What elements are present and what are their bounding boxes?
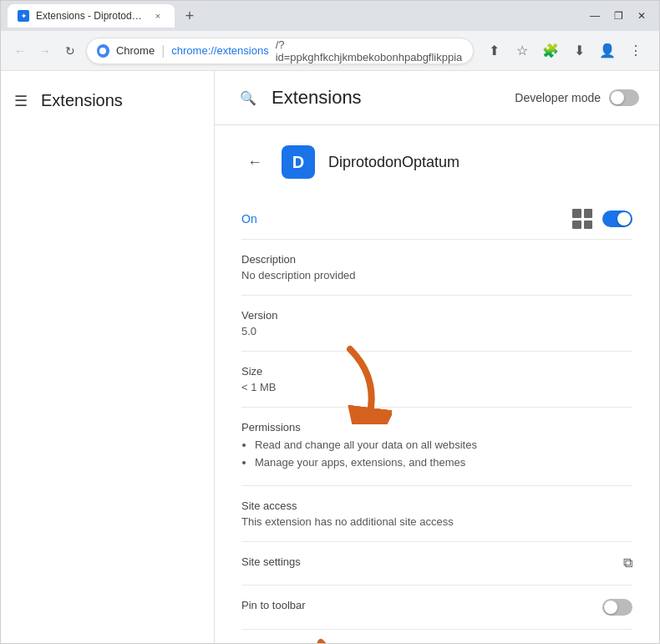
description-label: Description [241, 253, 632, 266]
omnibox-url-highlight: chrome://extensions [171, 44, 268, 57]
back-button[interactable]: ← [11, 38, 29, 64]
pin-toolbar-toggle[interactable] [602, 599, 632, 616]
permissions-row: Permissions Read and change all your dat… [241, 408, 632, 486]
toolbar-icons: ⬆ ☆ 🧩 ⬇ 👤 ⋮ [480, 38, 649, 64]
tab-close-button[interactable]: × [151, 9, 165, 23]
refresh-button[interactable]: ↻ [61, 38, 79, 64]
site-settings-row: Site settings ⧉ [241, 542, 632, 586]
share-icon[interactable]: ⬆ [480, 38, 507, 64]
extension-status-controls [572, 209, 632, 229]
minimize-button[interactable]: — [584, 5, 606, 27]
search-button[interactable]: 🔍 [235, 84, 261, 111]
version-label: Version [241, 309, 632, 322]
title-bar: ✦ Extensions - DiprotodonOptatu... × + —… [1, 1, 659, 31]
extension-detail: ← D DiprotodonOptatum On [215, 125, 659, 643]
download-icon[interactable]: ⬇ [566, 38, 592, 64]
permission-item-1: Read and change all your data on all web… [255, 437, 632, 454]
page-content: ☰ Extensions 🔍 Extensions Developer mode [1, 71, 659, 643]
version-row: Version 5.0 [241, 296, 632, 352]
external-link-icon[interactable]: ⧉ [623, 555, 632, 570]
size-value: < 1 MB [241, 381, 632, 393]
tab-favicon: ✦ [18, 10, 29, 22]
omnibox-chrome-label: Chrome [116, 44, 155, 57]
menu-icon[interactable]: ⋮ [622, 38, 649, 64]
description-value: No description provided [241, 269, 632, 281]
forward-button[interactable]: → [36, 38, 54, 64]
sidebar: ☰ Extensions [1, 71, 215, 643]
pin-toggle-knob [604, 601, 617, 614]
extensions-icon[interactable]: 🧩 [537, 38, 564, 64]
browser-window: ✦ Extensions - DiprotodonOptatu... × + —… [0, 0, 660, 644]
back-button[interactable]: ← [241, 149, 268, 175]
topbar-left: 🔍 Extensions [235, 84, 362, 111]
extensions-topbar: 🔍 Extensions Developer mode [215, 71, 659, 125]
hamburger-menu[interactable]: ☰ [14, 92, 28, 110]
pin-toolbar-row: Pin to toolbar [241, 586, 632, 630]
permission-item-2: Manage your apps, extensions, and themes [255, 454, 632, 472]
site-access-value: This extension has no additional site ac… [241, 515, 632, 528]
omnibox-url-rest: /?id=ppkghfkchjkmbekobonhpabgflikppia [276, 38, 463, 63]
topbar-title: Extensions [272, 87, 362, 109]
permissions-label: Permissions [241, 421, 632, 434]
grid-dot-3 [572, 221, 581, 230]
grid-dot-2 [584, 209, 593, 218]
profile-icon[interactable]: 👤 [594, 38, 621, 64]
address-bar: ← → ↻ Chrome | chrome://extensions /?id=… [1, 31, 659, 71]
permissions-list: Read and change all your data on all web… [255, 437, 632, 472]
pin-toolbar-label: Pin to toolbar [241, 599, 306, 611]
omnibox-favicon [97, 44, 109, 58]
tab-strip: ✦ Extensions - DiprotodonOptatu... × + [8, 4, 579, 28]
extension-header-row: ← D DiprotodonOptatum [241, 145, 632, 179]
developer-mode-label: Developer mode [515, 91, 601, 104]
omnibox[interactable]: Chrome | chrome://extensions /?id=ppkghf… [86, 38, 474, 64]
grid-dot-1 [572, 209, 581, 218]
omnibox-separator: | [161, 43, 165, 58]
site-access-label: Site access [241, 499, 632, 512]
version-value: 5.0 [241, 325, 632, 337]
close-button[interactable]: ✕ [631, 5, 652, 27]
extension-icon: D [282, 145, 315, 179]
main-content: 🔍 Extensions Developer mode ← D Diprotod… [215, 71, 659, 643]
incognito-row: Allow in Incognito Warning: Google Chrom… [241, 630, 632, 643]
site-settings-label: Site settings [241, 555, 301, 568]
enable-toggle-knob [617, 212, 631, 226]
size-label: Size [241, 365, 632, 378]
maximize-button[interactable]: ❐ [607, 5, 629, 27]
developer-mode-toggle[interactable] [609, 89, 639, 106]
description-row: Description No description provided [241, 240, 632, 296]
sidebar-header: ☰ Extensions [1, 84, 214, 124]
toggle-knob [611, 91, 624, 104]
extension-status-row: On [241, 199, 632, 240]
grid-view-icon[interactable] [572, 209, 592, 229]
extension-status-label: On [241, 212, 257, 226]
size-row: Size < 1 MB [241, 352, 632, 408]
topbar-right: Developer mode [515, 89, 639, 106]
extension-name: DiprotodonOptatum [328, 154, 459, 171]
window-controls: — ❐ ✕ [584, 5, 652, 27]
new-tab-button[interactable]: + [178, 4, 201, 28]
grid-dot-4 [584, 221, 593, 230]
bookmark-icon[interactable]: ☆ [509, 38, 536, 64]
active-tab[interactable]: ✦ Extensions - DiprotodonOptatu... × [8, 4, 175, 28]
extension-enable-toggle[interactable] [602, 210, 632, 227]
sidebar-title: Extensions [41, 91, 123, 110]
site-access-row: Site access This extension has no additi… [241, 486, 632, 542]
tab-title: Extensions - DiprotodonOptatu... [36, 10, 145, 22]
